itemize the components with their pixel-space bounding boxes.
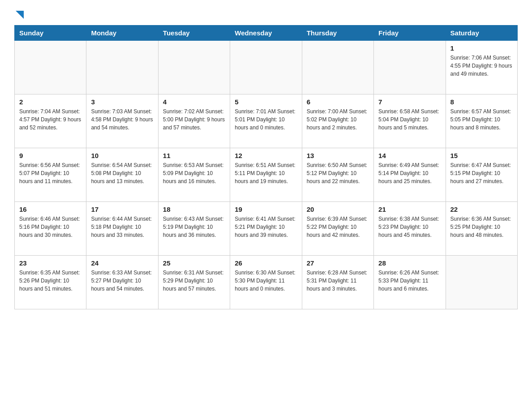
day-number: 23 (19, 259, 82, 267)
day-info: Sunrise: 6:54 AM Sunset: 5:08 PM Dayligh… (91, 161, 153, 185)
day-number: 7 (378, 98, 441, 106)
day-info: Sunrise: 6:43 AM Sunset: 5:19 PM Dayligh… (163, 215, 225, 239)
calendar-cell: 22Sunrise: 6:36 AM Sunset: 5:25 PM Dayli… (446, 202, 517, 256)
week-row-2: 2Sunrise: 7:04 AM Sunset: 4:57 PM Daylig… (15, 94, 518, 148)
calendar-cell: 11Sunrise: 6:53 AM Sunset: 5:09 PM Dayli… (158, 148, 230, 202)
day-number: 4 (163, 98, 225, 106)
day-number: 6 (307, 98, 369, 106)
day-info: Sunrise: 6:41 AM Sunset: 5:21 PM Dayligh… (235, 215, 297, 239)
calendar-cell (86, 41, 158, 94)
calendar-body: 1Sunrise: 7:06 AM Sunset: 4:55 PM Daylig… (15, 41, 518, 309)
day-info: Sunrise: 6:31 AM Sunset: 5:29 PM Dayligh… (163, 269, 225, 293)
day-info: Sunrise: 6:36 AM Sunset: 5:25 PM Dayligh… (450, 215, 513, 239)
day-number: 9 (19, 152, 82, 159)
day-number: 28 (378, 259, 441, 267)
calendar-cell: 9Sunrise: 6:56 AM Sunset: 5:07 PM Daylig… (15, 148, 86, 202)
day-info: Sunrise: 6:49 AM Sunset: 5:14 PM Dayligh… (378, 161, 441, 185)
day-number: 20 (307, 206, 369, 213)
weekday-header-sunday: Sunday (15, 26, 86, 41)
calendar-cell (446, 256, 517, 309)
day-info: Sunrise: 6:33 AM Sunset: 5:27 PM Dayligh… (91, 269, 153, 293)
day-number: 2 (19, 98, 82, 106)
calendar-cell: 15Sunrise: 6:47 AM Sunset: 5:15 PM Dayli… (446, 148, 517, 202)
calendar-cell: 4Sunrise: 7:02 AM Sunset: 5:00 PM Daylig… (158, 94, 230, 148)
day-number: 14 (378, 152, 441, 159)
weekday-header-friday: Friday (374, 26, 446, 41)
calendar-cell (374, 41, 446, 94)
day-number: 1 (450, 44, 513, 52)
day-info: Sunrise: 6:46 AM Sunset: 5:16 PM Dayligh… (19, 215, 82, 239)
calendar-cell: 12Sunrise: 6:51 AM Sunset: 5:11 PM Dayli… (230, 148, 302, 202)
logo (14, 11, 24, 20)
day-info: Sunrise: 6:50 AM Sunset: 5:12 PM Dayligh… (307, 161, 369, 185)
day-number: 27 (307, 259, 369, 267)
weekday-header-wednesday: Wednesday (230, 26, 302, 41)
calendar-cell: 21Sunrise: 6:38 AM Sunset: 5:23 PM Dayli… (374, 202, 446, 256)
day-number: 24 (91, 259, 153, 267)
day-info: Sunrise: 6:53 AM Sunset: 5:09 PM Dayligh… (163, 161, 225, 185)
week-row-4: 16Sunrise: 6:46 AM Sunset: 5:16 PM Dayli… (15, 202, 518, 256)
calendar-cell: 6Sunrise: 7:00 AM Sunset: 5:02 PM Daylig… (302, 94, 373, 148)
svg-marker-0 (16, 11, 24, 19)
calendar-cell: 23Sunrise: 6:35 AM Sunset: 5:26 PM Dayli… (15, 256, 86, 309)
weekday-header-tuesday: Tuesday (158, 26, 230, 41)
calendar-cell: 13Sunrise: 6:50 AM Sunset: 5:12 PM Dayli… (302, 148, 373, 202)
day-info: Sunrise: 7:02 AM Sunset: 5:00 PM Dayligh… (163, 107, 225, 132)
day-number: 12 (235, 152, 297, 159)
day-info: Sunrise: 6:57 AM Sunset: 5:05 PM Dayligh… (450, 107, 513, 132)
day-number: 10 (91, 152, 153, 159)
day-info: Sunrise: 6:39 AM Sunset: 5:22 PM Dayligh… (307, 215, 369, 239)
day-number: 13 (307, 152, 369, 159)
day-info: Sunrise: 7:04 AM Sunset: 4:57 PM Dayligh… (19, 107, 82, 132)
day-number: 11 (163, 152, 225, 159)
calendar-cell: 25Sunrise: 6:31 AM Sunset: 5:29 PM Dayli… (158, 256, 230, 309)
calendar-cell: 7Sunrise: 6:58 AM Sunset: 5:04 PM Daylig… (374, 94, 446, 148)
day-info: Sunrise: 6:47 AM Sunset: 5:15 PM Dayligh… (450, 161, 513, 185)
day-info: Sunrise: 6:35 AM Sunset: 5:26 PM Dayligh… (19, 269, 82, 293)
calendar-cell: 14Sunrise: 6:49 AM Sunset: 5:14 PM Dayli… (374, 148, 446, 202)
day-info: Sunrise: 6:56 AM Sunset: 5:07 PM Dayligh… (19, 161, 82, 185)
day-info: Sunrise: 7:01 AM Sunset: 5:01 PM Dayligh… (235, 107, 297, 132)
calendar-cell: 24Sunrise: 6:33 AM Sunset: 5:27 PM Dayli… (86, 256, 158, 309)
day-number: 3 (91, 98, 153, 106)
calendar-cell: 26Sunrise: 6:30 AM Sunset: 5:30 PM Dayli… (230, 256, 302, 309)
calendar-cell: 18Sunrise: 6:43 AM Sunset: 5:19 PM Dayli… (158, 202, 230, 256)
calendar-cell: 27Sunrise: 6:28 AM Sunset: 5:31 PM Dayli… (302, 256, 373, 309)
calendar-cell: 5Sunrise: 7:01 AM Sunset: 5:01 PM Daylig… (230, 94, 302, 148)
day-info: Sunrise: 7:03 AM Sunset: 4:58 PM Dayligh… (91, 107, 153, 132)
day-info: Sunrise: 6:26 AM Sunset: 5:33 PM Dayligh… (378, 269, 441, 293)
week-row-5: 23Sunrise: 6:35 AM Sunset: 5:26 PM Dayli… (15, 256, 518, 309)
calendar-cell: 20Sunrise: 6:39 AM Sunset: 5:22 PM Dayli… (302, 202, 373, 256)
day-number: 19 (235, 206, 297, 213)
day-number: 8 (450, 98, 513, 106)
weekday-header-row: SundayMondayTuesdayWednesdayThursdayFrid… (15, 26, 518, 41)
day-info: Sunrise: 7:00 AM Sunset: 5:02 PM Dayligh… (307, 107, 369, 132)
calendar-table: SundayMondayTuesdayWednesdayThursdayFrid… (14, 25, 518, 309)
calendar-cell (302, 41, 373, 94)
day-info: Sunrise: 6:44 AM Sunset: 5:18 PM Dayligh… (91, 215, 153, 239)
week-row-1: 1Sunrise: 7:06 AM Sunset: 4:55 PM Daylig… (15, 41, 518, 94)
day-number: 22 (450, 206, 513, 213)
calendar-cell: 10Sunrise: 6:54 AM Sunset: 5:08 PM Dayli… (86, 148, 158, 202)
calendar-cell (158, 41, 230, 94)
day-number: 25 (163, 259, 225, 267)
weekday-header-monday: Monday (86, 26, 158, 41)
day-info: Sunrise: 7:06 AM Sunset: 4:55 PM Dayligh… (450, 54, 513, 78)
day-number: 18 (163, 206, 225, 213)
week-row-3: 9Sunrise: 6:56 AM Sunset: 5:07 PM Daylig… (15, 148, 518, 202)
day-info: Sunrise: 6:38 AM Sunset: 5:23 PM Dayligh… (378, 215, 441, 239)
logo-triangle-icon (16, 11, 24, 21)
day-number: 16 (19, 206, 82, 213)
day-number: 21 (378, 206, 441, 213)
day-info: Sunrise: 6:30 AM Sunset: 5:30 PM Dayligh… (235, 269, 297, 293)
calendar-cell: 1Sunrise: 7:06 AM Sunset: 4:55 PM Daylig… (446, 41, 517, 94)
day-info: Sunrise: 6:51 AM Sunset: 5:11 PM Dayligh… (235, 161, 297, 185)
calendar-cell: 16Sunrise: 6:46 AM Sunset: 5:16 PM Dayli… (15, 202, 86, 256)
calendar-cell: 19Sunrise: 6:41 AM Sunset: 5:21 PM Dayli… (230, 202, 302, 256)
day-number: 17 (91, 206, 153, 213)
calendar-cell: 8Sunrise: 6:57 AM Sunset: 5:05 PM Daylig… (446, 94, 517, 148)
page-header (14, 11, 518, 20)
day-number: 26 (235, 259, 297, 267)
weekday-header-saturday: Saturday (446, 26, 517, 41)
calendar-cell: 3Sunrise: 7:03 AM Sunset: 4:58 PM Daylig… (86, 94, 158, 148)
